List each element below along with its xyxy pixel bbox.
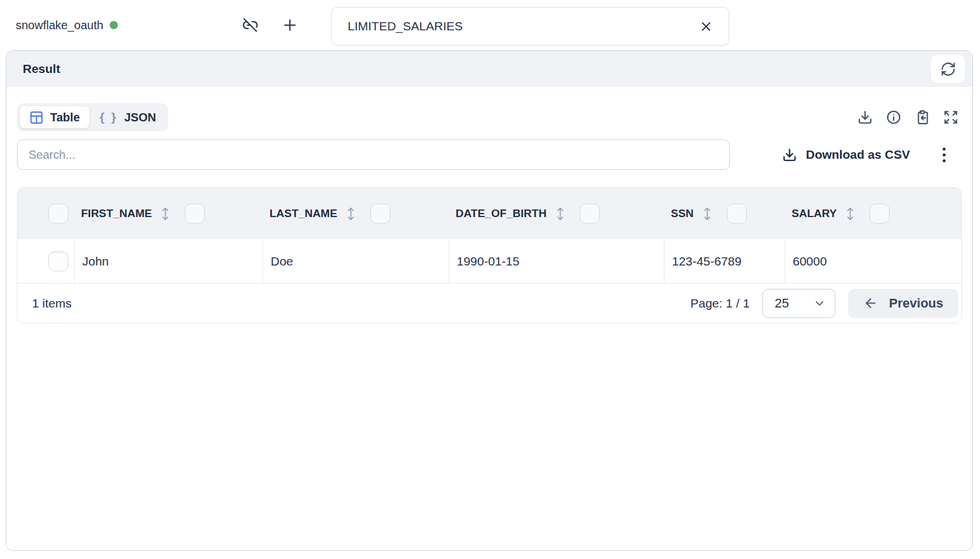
braces-icon: { } bbox=[100, 110, 118, 124]
tab-table-view[interactable]: Table bbox=[20, 106, 89, 128]
result-action-icons bbox=[858, 110, 958, 125]
sort-icon[interactable] bbox=[703, 206, 712, 222]
sort-icon[interactable] bbox=[346, 206, 355, 222]
connection-status-dot bbox=[110, 21, 118, 29]
row-checkbox[interactable] bbox=[48, 251, 68, 271]
select-all-cell bbox=[18, 188, 74, 239]
connection-selector[interactable]: snowflake_oauth bbox=[16, 0, 118, 50]
column-label: LAST_NAME bbox=[270, 207, 337, 220]
close-icon bbox=[699, 19, 713, 34]
column-checkbox[interactable] bbox=[870, 204, 890, 223]
table-footer: 1 items Page: 1 / 1 25 bbox=[18, 283, 961, 323]
result-content: Table { } JSON bbox=[6, 103, 972, 323]
column-header-first-name: FIRST_NAME bbox=[74, 188, 262, 239]
result-header: Result bbox=[6, 51, 972, 87]
select-all-checkbox[interactable] bbox=[48, 204, 68, 223]
plus-icon bbox=[281, 16, 299, 34]
unlink-icon bbox=[242, 17, 258, 33]
column-checkbox[interactable] bbox=[727, 204, 747, 223]
result-table: FIRST_NAME LAST_NAME bbox=[17, 187, 962, 323]
cell-ssn: 123-45-6789 bbox=[664, 239, 785, 283]
column-label: SSN bbox=[671, 207, 694, 220]
column-label: DATE_OF_BIRTH bbox=[456, 207, 547, 220]
column-header-ssn: SSN bbox=[664, 188, 785, 239]
result-panel: Result Table bbox=[6, 50, 973, 551]
expand-result-button[interactable] bbox=[943, 110, 958, 125]
column-checkbox[interactable] bbox=[580, 204, 600, 223]
previous-label: Previous bbox=[889, 296, 943, 311]
expand-icon bbox=[943, 110, 958, 125]
cell-salary: 60000 bbox=[785, 239, 961, 283]
download-icon bbox=[782, 148, 797, 162]
sort-icon[interactable] bbox=[161, 206, 170, 222]
connection-topbar: snowflake_oauth LIMITED_SALARIES bbox=[0, 0, 980, 50]
view-toggle-group: Table { } JSON bbox=[17, 103, 168, 131]
table-icon bbox=[29, 110, 44, 125]
chevron-down-icon bbox=[813, 297, 826, 310]
download-icon bbox=[858, 110, 873, 125]
column-checkbox[interactable] bbox=[370, 204, 390, 223]
page-size-value: 25 bbox=[775, 296, 789, 311]
cell-date-of-birth: 1990-01-15 bbox=[449, 239, 664, 283]
copy-to-clipboard-button[interactable] bbox=[915, 110, 930, 125]
table-options-menu-button[interactable] bbox=[940, 145, 948, 165]
tab-close-button[interactable] bbox=[699, 19, 713, 34]
sort-icon[interactable] bbox=[556, 206, 565, 222]
arrow-left-icon bbox=[863, 296, 878, 310]
sort-icon[interactable] bbox=[846, 206, 855, 222]
page-indicator: Page: 1 / 1 bbox=[690, 296, 750, 310]
column-checkbox[interactable] bbox=[185, 204, 205, 223]
column-header-salary: SALARY bbox=[785, 188, 961, 239]
cell-last-name: Doe bbox=[262, 239, 449, 283]
search-input[interactable] bbox=[17, 139, 730, 170]
column-label: FIRST_NAME bbox=[81, 207, 152, 220]
refresh-button[interactable] bbox=[931, 55, 965, 83]
refresh-icon bbox=[940, 61, 956, 77]
cell-first-name: John bbox=[74, 239, 262, 283]
table-view-label: Table bbox=[50, 111, 80, 124]
table-header-row: FIRST_NAME LAST_NAME bbox=[18, 188, 961, 239]
previous-page-button[interactable]: Previous bbox=[848, 289, 958, 318]
column-header-date-of-birth: DATE_OF_BIRTH bbox=[449, 188, 664, 239]
tab-title: LIMITED_SALARIES bbox=[348, 19, 463, 33]
column-label: SALARY bbox=[792, 207, 836, 220]
result-info-button[interactable] bbox=[886, 110, 901, 125]
row-select-cell bbox=[18, 239, 74, 283]
clipboard-paste-icon bbox=[915, 110, 930, 125]
items-count: 1 items bbox=[32, 296, 72, 310]
info-icon bbox=[886, 110, 901, 125]
table-row: John Doe 1990-01-15 123-45-6789 60000 bbox=[18, 239, 961, 283]
kebab-menu-icon bbox=[943, 148, 946, 151]
page-size-select[interactable]: 25 bbox=[762, 289, 835, 318]
json-view-label: JSON bbox=[124, 111, 156, 124]
tab-json-view[interactable]: { } JSON bbox=[90, 106, 166, 128]
result-title: Result bbox=[23, 62, 60, 76]
disconnect-button[interactable] bbox=[237, 12, 264, 38]
download-result-button[interactable] bbox=[858, 110, 873, 125]
column-header-last-name: LAST_NAME bbox=[262, 188, 449, 239]
download-csv-label: Download as CSV bbox=[806, 148, 910, 162]
connection-name: snowflake_oauth bbox=[16, 19, 103, 32]
download-csv-button[interactable]: Download as CSV bbox=[782, 148, 910, 162]
add-tab-button[interactable] bbox=[276, 12, 303, 38]
tab-limited-salaries[interactable]: LIMITED_SALARIES bbox=[331, 7, 729, 46]
